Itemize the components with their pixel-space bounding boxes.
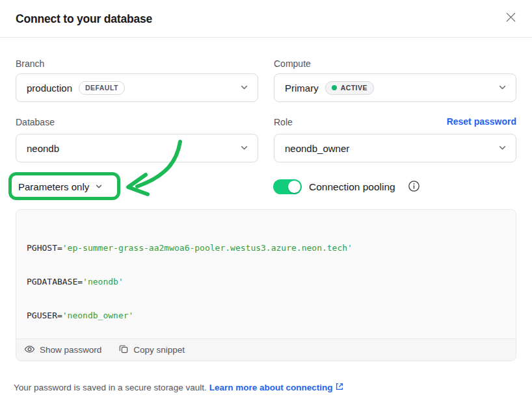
info-icon	[408, 180, 420, 194]
learn-more-link[interactable]: Learn more about connecting	[209, 382, 345, 393]
connection-pooling-label: Connection pooling	[309, 181, 395, 193]
chevron-down-icon	[240, 83, 248, 94]
branch-value: production	[27, 83, 72, 94]
active-dot-icon	[332, 85, 337, 90]
dialog-header: Connect to your database	[0, 0, 532, 38]
toggle-knob	[288, 181, 300, 193]
security-note-text: Your password is saved in a secure stora…	[14, 383, 207, 392]
snippet-line: PGDATABASE='neondb'	[27, 276, 505, 287]
eye-icon	[24, 344, 35, 357]
role-value: neondb_owner	[285, 143, 349, 154]
database-label: Database	[16, 117, 55, 127]
connection-pooling-toggle[interactable]	[273, 179, 302, 194]
compute-value: Primary	[285, 83, 319, 94]
active-badge: ACTIVE	[325, 81, 374, 95]
copy-snippet-label: Copy snippet	[133, 345, 185, 355]
chevron-down-icon	[498, 143, 507, 154]
snippet-line: PGHOST='ep-summer-grass-aa2mwoa6-pooler.…	[27, 242, 505, 253]
reset-password-link[interactable]: Reset password	[447, 116, 516, 127]
snippet-format-select[interactable]: Parameters only	[18, 177, 103, 196]
info-button[interactable]	[407, 181, 420, 194]
snippet-format-value: Parameters only	[18, 181, 89, 192]
chevron-down-icon	[95, 181, 103, 192]
learn-more-label: Learn more about connecting	[209, 383, 333, 392]
default-badge: DEFAULT	[79, 81, 125, 95]
connection-snippet-panel: PGHOST='ep-summer-grass-aa2mwoa6-pooler.…	[16, 209, 516, 361]
close-button[interactable]	[501, 8, 520, 28]
role-label: Role	[274, 117, 293, 127]
show-password-label: Show password	[40, 345, 101, 355]
external-link-icon	[335, 382, 344, 393]
dialog-title: Connect to your database	[16, 12, 152, 26]
security-note: Your password is saved in a secure stora…	[14, 382, 344, 393]
active-badge-label: ACTIVE	[341, 84, 367, 92]
show-password-button[interactable]: Show password	[24, 344, 101, 357]
role-select[interactable]: neondb_owner	[274, 134, 516, 162]
compute-select[interactable]: Primary ACTIVE	[274, 73, 516, 102]
snippet-line: PGUSER='neondb_owner'	[27, 310, 505, 321]
database-value: neondb	[27, 143, 59, 154]
copy-icon	[118, 344, 129, 356]
close-icon	[505, 11, 517, 25]
snippet-toolbar: Show password Copy snippet	[16, 338, 516, 361]
branch-label: Branch	[16, 58, 44, 69]
copy-snippet-button[interactable]: Copy snippet	[118, 344, 185, 356]
chevron-down-icon	[240, 143, 248, 154]
compute-label: Compute	[274, 58, 311, 69]
database-select[interactable]: neondb	[16, 134, 258, 162]
branch-select[interactable]: production DEFAULT	[16, 73, 258, 102]
connection-snippet-code: PGHOST='ep-summer-grass-aa2mwoa6-pooler.…	[16, 210, 516, 338]
chevron-down-icon	[498, 83, 507, 94]
